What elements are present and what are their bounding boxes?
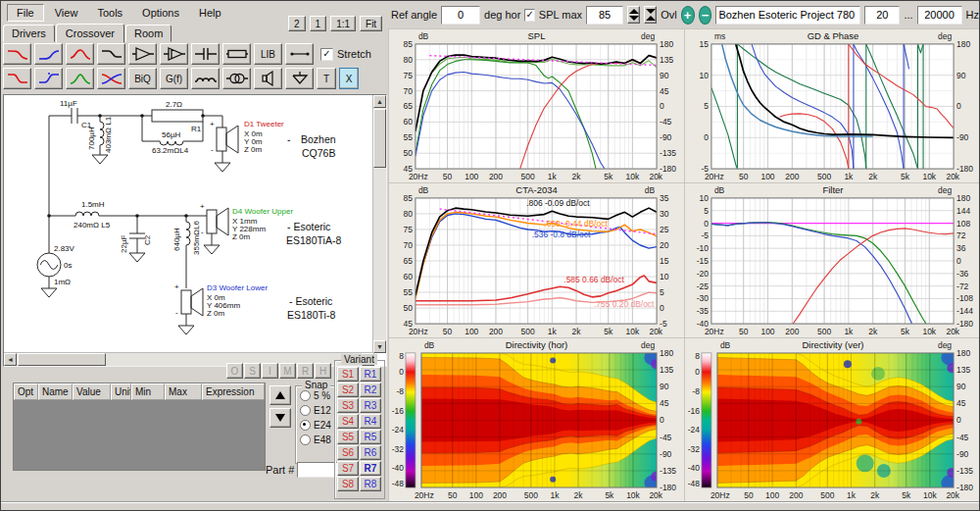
snap-radio-5[interactable]: 5 %: [300, 390, 335, 401]
variant-result-r5[interactable]: R5: [360, 430, 381, 444]
zoom-fit-button[interactable]: Fit: [360, 16, 382, 31]
tab-room[interactable]: Room: [125, 25, 172, 42]
ovl-add-button[interactable]: +: [681, 6, 695, 25]
part-number-input[interactable]: [297, 462, 338, 478]
mini-button-m[interactable]: M: [279, 363, 296, 379]
crossover-block-button[interactable]: [97, 68, 125, 89]
stretch-checkbox[interactable]: ✓: [320, 48, 333, 61]
variant-schema-s1[interactable]: S1: [337, 367, 359, 382]
peak-block-button[interactable]: [66, 68, 94, 89]
inductor-button[interactable]: [191, 68, 220, 89]
variant-result-r1[interactable]: R1: [360, 367, 381, 382]
text-tool-button[interactable]: T: [317, 68, 336, 89]
highpass-block-button[interactable]: [34, 43, 63, 65]
ground-button[interactable]: [285, 68, 314, 89]
tab-crossover[interactable]: Crossover: [56, 24, 124, 43]
snap-radio-e24[interactable]: E24: [300, 420, 335, 431]
scroll-left-arrow[interactable]: ◄: [4, 353, 17, 366]
zoom-1to1-button[interactable]: 1:1: [330, 16, 356, 31]
speaker-d4[interactable]: [207, 208, 228, 235]
menu-view[interactable]: View: [46, 5, 87, 21]
schematic-vscrollbar[interactable]: ▲ ▼: [372, 95, 386, 353]
lowshelf-block-button[interactable]: [34, 68, 63, 89]
speaker-d1[interactable]: [217, 126, 238, 153]
schematic-canvas[interactable]: 11µF C1 700µH 403mΩ L1 2.7Ω R1 56µH 63.2…: [3, 94, 387, 367]
library-button[interactable]: LIB: [254, 43, 282, 65]
variant-schema-s4[interactable]: S4: [337, 414, 359, 429]
mini-button-s[interactable]: S: [244, 363, 261, 379]
svg-text:2k: 2k: [574, 490, 584, 500]
deg-hor-checkbox[interactable]: ✓: [524, 9, 534, 22]
inductor-l6[interactable]: [137, 216, 190, 288]
scroll-up-arrow[interactable]: ▲: [373, 95, 386, 108]
variant-schema-s6[interactable]: S6: [337, 445, 359, 460]
fit-y-button[interactable]: [644, 6, 657, 24]
biquad-button[interactable]: BiQ: [128, 68, 157, 89]
vscroll-thumb[interactable]: [373, 109, 386, 168]
variant-schema-s8[interactable]: S8: [337, 477, 359, 491]
transformer-button[interactable]: [222, 68, 251, 89]
variant-schema-s3[interactable]: S3: [337, 398, 359, 413]
spl-max-spinner[interactable]: [627, 6, 640, 24]
speaker-d3[interactable]: [181, 288, 203, 316]
zoom-2-button[interactable]: 2: [288, 16, 306, 31]
resistor-r1[interactable]: [152, 110, 203, 122]
snap-radio-e12[interactable]: E12: [300, 405, 335, 416]
resistor-button[interactable]: [222, 43, 251, 65]
capacitor-c1[interactable]: [49, 108, 142, 124]
wire-button[interactable]: [285, 43, 314, 65]
project-name-input[interactable]: [715, 6, 860, 25]
gain-block-button[interactable]: [160, 43, 188, 65]
radio-dot[interactable]: [300, 390, 311, 401]
menu-help[interactable]: Help: [190, 5, 230, 21]
variant-result-r4[interactable]: R4: [360, 414, 381, 429]
ground-d3[interactable]: [178, 314, 194, 334]
hscroll-thumb[interactable]: [18, 353, 106, 366]
menu-file[interactable]: File: [7, 4, 44, 22]
radio-dot[interactable]: [300, 434, 311, 445]
variant-result-r7[interactable]: R7: [360, 461, 381, 476]
menu-tools[interactable]: Tools: [88, 5, 131, 21]
mini-button-r[interactable]: R: [297, 363, 314, 379]
spl-max-input[interactable]: [586, 6, 623, 25]
inductor-l5[interactable]: [49, 212, 137, 216]
parts-table[interactable]: Opt Name Value Unit Min Max Expression: [13, 383, 266, 471]
move-up-button[interactable]: [270, 385, 291, 405]
move-down-button[interactable]: [270, 408, 291, 428]
radio-dot[interactable]: [300, 420, 311, 431]
mini-button-h[interactable]: H: [315, 363, 331, 379]
scroll-down-arrow[interactable]: ▼: [373, 340, 386, 353]
ground-d4[interactable]: [204, 233, 220, 254]
transfer-function-button[interactable]: G(f): [160, 68, 188, 89]
variant-schema-s5[interactable]: S5: [337, 430, 359, 444]
snap-radio-e48[interactable]: E48: [300, 434, 335, 445]
capacitor-button[interactable]: [191, 43, 220, 65]
mini-button-o[interactable]: O: [226, 363, 243, 379]
ground-c2[interactable]: [129, 253, 145, 262]
ref-angle-input[interactable]: [441, 6, 480, 25]
variant-schema-s7[interactable]: S7: [337, 461, 359, 476]
speaker-button[interactable]: [254, 68, 282, 89]
freq-min-input[interactable]: [864, 6, 900, 25]
variant-result-r2[interactable]: R2: [360, 383, 381, 397]
highshelf-block-button[interactable]: [3, 68, 31, 89]
capacitor-c2[interactable]: [129, 216, 145, 253]
shelf-block-button[interactable]: [97, 43, 125, 65]
variant-result-r3[interactable]: R3: [360, 398, 381, 413]
menu-options[interactable]: Options: [133, 5, 188, 21]
tab-drivers[interactable]: Drivers: [3, 25, 55, 42]
variant-result-r6[interactable]: R6: [360, 445, 381, 460]
buffer-button[interactable]: [128, 43, 157, 65]
ground-d1[interactable]: [215, 151, 230, 172]
freq-max-input[interactable]: [917, 6, 962, 25]
radio-dot[interactable]: [300, 405, 311, 416]
lowpass-block-button[interactable]: [3, 43, 31, 65]
ground-l1[interactable]: [92, 155, 108, 164]
variant-result-r8[interactable]: R8: [360, 477, 381, 491]
bandpass-block-button[interactable]: [66, 43, 94, 65]
mini-button-i[interactable]: I: [262, 363, 278, 379]
ovl-remove-button[interactable]: −: [699, 6, 712, 25]
zoom-1-button[interactable]: 1: [310, 16, 327, 31]
delete-tool-button[interactable]: X: [339, 68, 359, 89]
variant-schema-s2[interactable]: S2: [337, 383, 359, 397]
